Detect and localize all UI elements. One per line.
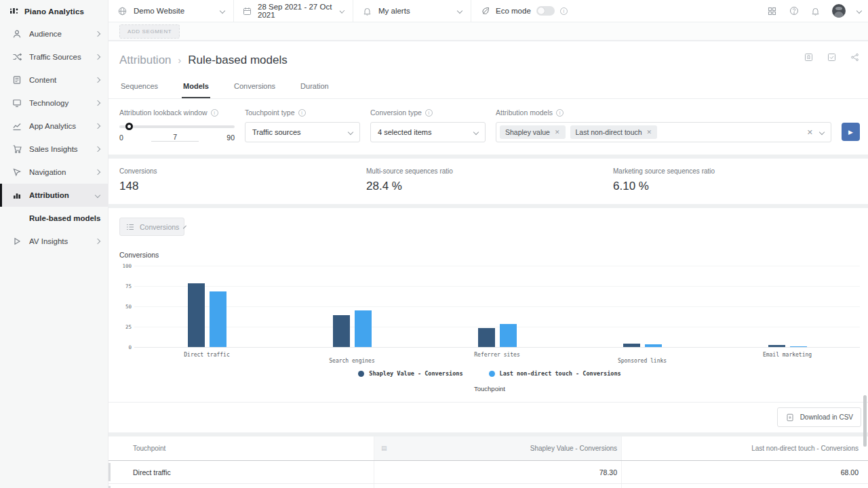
bar[interactable] [790,346,807,347]
attribution-models-filter: Attribution modelsi Shapley value✕ Last … [496,108,831,142]
breadcrumb-parent[interactable]: Attribution [119,54,172,67]
bar[interactable] [188,283,205,347]
date-range-value: 28 Sep 2021 - 27 Oct 2021 [258,3,334,19]
attribution-models-multiselect[interactable]: Shapley value✕ Last non-direct touch✕ ✕ [496,122,831,142]
chip-remove-icon[interactable]: ✕ [647,129,652,136]
apps-grid-icon[interactable] [767,6,777,16]
cell-last-non-direct: 68.00 [622,461,868,483]
chevron-right-icon [95,77,100,83]
tab-sequences[interactable]: Sequences [119,78,159,98]
y-tick-label: 0 [128,344,132,350]
share-icon[interactable] [850,52,860,62]
bookmark-icon[interactable] [804,52,814,62]
table-header-row: Touchpoint ▤ Shapley Value - Conversions… [108,436,868,461]
cart-icon [12,144,22,155]
chevron-down-icon[interactable] [856,8,862,14]
cell-touchpoint: Search engines [108,484,374,488]
conversion-type-value: 4 selected items [378,128,431,136]
run-query-button[interactable]: ▶ [842,123,860,141]
bar[interactable] [500,324,517,347]
shuffle-icon [12,52,22,62]
touchpoint-type-select[interactable]: Traffic sources [245,122,360,142]
attribution-models-label: Attribution models [496,108,553,117]
legend-label: Shapley Value - Conversions [369,370,462,377]
sidebar-item-traffic-sources[interactable]: Traffic Sources [0,45,108,68]
sidebar-item-content[interactable]: Content [0,68,108,92]
site-selector[interactable]: Demo Website [108,0,234,22]
save-report-icon[interactable] [827,52,837,62]
model-chip-last-non-direct: Last non-direct touch✕ [570,125,658,139]
conversion-type-select[interactable]: 4 selected items [370,122,486,142]
filter-icon[interactable]: ▤ [381,445,387,451]
metric-selector[interactable]: Conversions [119,218,184,236]
column-header-touchpoint[interactable]: Touchpoint [108,436,374,460]
tab-duration[interactable]: Duration [299,78,330,98]
table-row[interactable]: Direct traffic 78.30 68.00 [108,461,868,484]
kpi-multi-source-ratio: Multi-source sequences ratio 28.4 % [366,167,613,193]
sidebar-subitem-rule-based-models[interactable]: Rule-based models [0,207,108,230]
file-download-icon [785,412,795,422]
sidebar-item-sales-insights[interactable]: Sales Insights [0,138,108,161]
lookback-value-input[interactable] [151,133,199,142]
date-range-picker[interactable]: 28 Sep 2021 - 27 Oct 2021 [234,0,353,22]
lookback-max: 90 [226,134,235,142]
bar-chart: 0255075100 Direct trafficSearch enginesR… [119,266,860,347]
user-avatar[interactable] [832,4,846,18]
bar[interactable] [623,344,640,347]
bar-group-referrer-sites: Referrer sites [425,266,570,347]
legend-dot-icon [489,371,495,377]
y-tick-label: 25 [125,324,132,330]
lookback-slider[interactable] [119,122,235,130]
calendar-icon [243,6,252,16]
chevron-right-icon [95,123,100,129]
chart-title: Conversions [119,251,868,259]
sidebar-item-technology[interactable]: Technology [0,92,108,115]
scrollbar[interactable] [863,395,867,447]
sidebar-item-navigation[interactable]: Navigation [0,161,108,184]
bar-group-sponsored-links: Sponsored links [570,266,715,347]
sidebar-subitem-label: Rule-based models [29,214,100,222]
cell-touchpoint: Direct traffic [108,461,374,483]
bar[interactable] [355,310,372,347]
tab-models[interactable]: Models [182,78,210,98]
y-tick-label: 75 [125,283,132,289]
notifications-bell-icon[interactable] [810,6,821,16]
legend-item[interactable]: Shapley Value - Conversions [358,370,462,377]
slider-handle[interactable] [125,123,133,130]
eco-mode-toggle[interactable] [536,6,555,16]
chart-card: Conversions Conversions 0255075100 Direc… [108,208,868,432]
sidebar-item-app-analytics[interactable]: App Analytics [0,115,108,138]
kpi-label: Marketing source sequences ratio [613,167,860,175]
list-icon [126,222,134,232]
alerts-value: My alerts [378,7,410,15]
topbar: Demo Website 28 Sep 2021 - 27 Oct 2021 M… [108,0,868,22]
tab-conversions[interactable]: Conversions [233,78,277,98]
bar[interactable] [768,345,785,347]
sidebar-item-audience[interactable]: Audience [0,22,108,45]
clear-all-icon[interactable]: ✕ [807,128,813,137]
alerts-selector[interactable]: My alerts [353,0,471,22]
bar[interactable] [645,344,662,347]
column-header-shapley[interactable]: ▤ Shapley Value - Conversions [374,436,622,460]
download-csv-button[interactable]: Download in CSV [777,407,861,427]
filters-row: Attribution lookback windowi 0 90 Touchp… [108,99,868,155]
sidebar-item-label: Navigation [29,168,88,176]
add-segment-button[interactable]: ADD SEGMENT [119,24,180,39]
chevron-down-icon[interactable] [819,129,825,135]
bar[interactable] [478,328,495,347]
bar[interactable] [333,315,350,347]
chip-remove-icon[interactable]: ✕ [555,129,560,136]
sidebar-item-av-insights[interactable]: AV Insights [0,230,108,253]
column-header-last-non-direct[interactable]: Last non-direct touch - Conversions [622,436,868,460]
bar-group-email-marketing: Email marketing [715,266,860,347]
legend-item[interactable]: Last non-direct touch - Conversions [489,370,621,377]
table-row[interactable]: Search engines 39.00 45.00 [108,484,868,488]
sidebar-item-attribution[interactable]: Attribution [0,184,108,207]
sidebar-item-label: App Analytics [29,122,88,130]
bell-icon [362,6,372,16]
site-selector-value: Demo Website [134,7,184,15]
chevron-down-icon [473,129,479,135]
category-label: Search engines [279,358,425,364]
bar[interactable] [210,291,226,347]
help-icon[interactable] [789,6,799,16]
